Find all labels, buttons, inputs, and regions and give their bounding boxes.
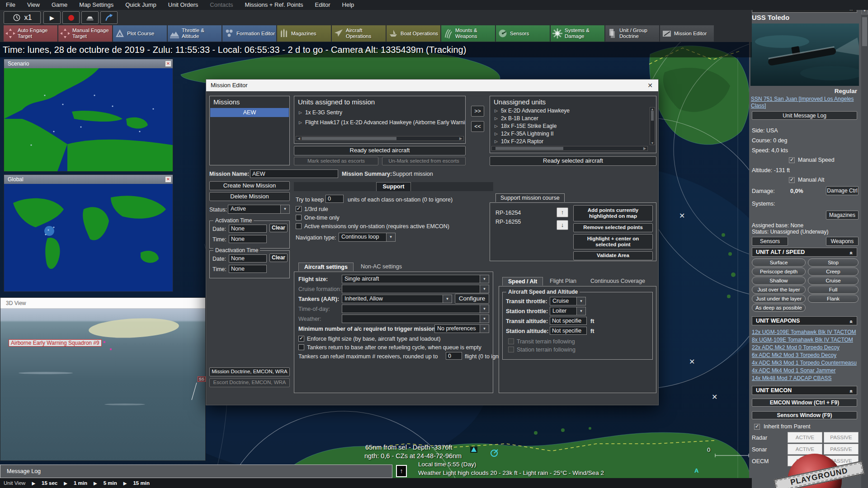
weather-dropdown[interactable]: ▾	[342, 314, 489, 323]
delete-mission-button[interactable]: Delete Mission	[209, 192, 290, 201]
mission-doctrine-button[interactable]: Mission Doctrine, EMCON, WRA	[209, 367, 290, 376]
mark-escorts-button[interactable]: Mark selected as escorts	[294, 157, 378, 165]
speed-cruise-button[interactable]: Cruise	[808, 277, 859, 285]
weapon-link[interactable]: 4x ADC Mk3 Mod 1 Torpedo Countermeasu	[752, 360, 857, 366]
refuel-max-input[interactable]	[446, 352, 462, 360]
tab-aircraft-settings[interactable]: Aircraft settings	[298, 263, 354, 271]
enforce-flight-size-checkbox[interactable]	[298, 336, 304, 342]
menu-item-unit-orders[interactable]: Unit Orders	[162, 0, 204, 10]
unassigned-unit-item[interactable]: ▷ 10x F-22A Raptor	[495, 138, 543, 145]
magazines-button-sidebar[interactable]: Magazines	[826, 211, 859, 220]
activation-date-input[interactable]	[229, 225, 267, 233]
unit-view-label[interactable]: Unit View	[4, 480, 25, 486]
menu-item-help[interactable]: Help	[336, 0, 360, 10]
speed-creep-button[interactable]: Creep	[808, 267, 859, 276]
layer-view-button[interactable]	[81, 11, 99, 24]
weapon-link[interactable]: 12x UGM-109E Tomahawk Blk IV TACTOM	[752, 329, 856, 335]
sonar-active-button[interactable]: ACTIVE	[788, 444, 822, 455]
close-icon[interactable]: ✕	[165, 176, 171, 183]
scenario-minimap[interactable]	[4, 68, 173, 171]
tankers-return-checkbox[interactable]	[298, 344, 304, 350]
sensors-button[interactable]: Sensors	[496, 25, 550, 42]
unassigned-vertical-scrollbar[interactable]: ▲ ▼	[650, 107, 655, 145]
menu-item-file[interactable]: File	[0, 0, 21, 10]
squadron-label[interactable]: Airborne Early Warning Squadron #9	[9, 339, 102, 347]
navigation-type-dropdown[interactable]: Continous loop ▾	[339, 233, 396, 242]
transfer-right-button[interactable]: <<	[471, 121, 484, 132]
ready-selected-aircraft-button[interactable]: Ready selected aircraft	[294, 146, 466, 155]
scroll-right-icon[interactable]: ▶	[458, 136, 463, 141]
transit-throttle-dropdown[interactable]: Cruise ▾	[550, 297, 586, 305]
station-altitude-input[interactable]	[550, 327, 587, 335]
move-point-up-button[interactable]: ↑	[557, 207, 568, 217]
unmark-escorts-button[interactable]: Un-Mark selected from escorts	[382, 157, 466, 165]
course-tab[interactable]: Support mission course	[495, 193, 565, 202]
mission-editor-button[interactable]: Mission Editor	[660, 25, 714, 42]
time-step-1min[interactable]: 1 min	[74, 480, 87, 486]
message-log-bar[interactable]: Message Log	[0, 465, 392, 478]
plot-course-button[interactable]: Plot Course	[113, 25, 167, 42]
highlight-center-button[interactable]: Highlight + center on selected point	[573, 234, 653, 249]
unit-alt-speed-header[interactable]: UNIT ALT / SPEED «	[752, 248, 857, 257]
close-icon[interactable]: ✕	[647, 80, 653, 91]
assigned-unit-item[interactable]: ▷ Flight Hawk17 (1x E-2D Advanced Hawkey…	[299, 119, 466, 126]
collapse-icon[interactable]: «	[848, 252, 856, 255]
inherit-from-parent-checkbox[interactable]	[754, 424, 760, 430]
flight-size-dropdown[interactable]: Single aircraft ▾	[342, 275, 489, 283]
deactivation-date-input[interactable]	[229, 254, 267, 263]
unit-message-log-button[interactable]: Unit Message Log	[752, 111, 857, 120]
scrollbar-thumb[interactable]	[651, 111, 654, 121]
sensors-window-button[interactable]: Sensors Window (F9)	[752, 411, 857, 419]
mission-name-input[interactable]	[250, 169, 338, 178]
mission-list-item-aew[interactable]: AEW	[210, 108, 289, 117]
expand-icon[interactable]: ▷	[495, 116, 498, 121]
create-new-mission-button[interactable]: Create New Mission	[209, 181, 290, 190]
manual-alt-checkbox[interactable]	[789, 177, 795, 183]
deactivation-clear-button[interactable]: Clear	[269, 253, 288, 262]
ready-selected-aircraft-button-unassigned[interactable]: Ready selected aircraft	[490, 156, 656, 166]
unassigned-unit-item[interactable]: ▷ 18x F-15E Strike Eagle	[495, 123, 557, 129]
sensors-button-sidebar[interactable]: Sensors	[752, 237, 788, 246]
view-3d-scene[interactable]	[0, 309, 205, 460]
validate-area-button[interactable]: Validate Area	[573, 251, 653, 260]
jump-button[interactable]	[100, 11, 118, 24]
sidebar-scrollbar[interactable]: ▲ ▼	[861, 0, 868, 488]
global-panel-titlebar[interactable]: Global ✕	[4, 175, 173, 184]
menu-item-missions-ref-points[interactable]: Missions + Ref. Points	[239, 0, 309, 10]
radar-passive-button[interactable]: PASSIVE	[824, 432, 859, 443]
menu-item-game[interactable]: Game	[46, 0, 73, 10]
formation-editor-button[interactable]: Formation Editor	[222, 25, 276, 42]
expand-icon[interactable]: ▷	[299, 110, 302, 115]
add-points-button[interactable]: Add points currently highlighted on map	[573, 205, 653, 221]
menu-item-map-settings[interactable]: Map Settings	[73, 0, 119, 10]
close-icon[interactable]: ✕	[165, 61, 171, 67]
weapons-button-sidebar[interactable]: Weapons	[826, 237, 859, 246]
tab-continuous-coverage[interactable]: Continuous Coverage	[585, 277, 651, 285]
cruise-formation-dropdown[interactable]: ▾	[342, 285, 489, 293]
status-dropdown[interactable]: Active ▾	[228, 205, 290, 214]
weapon-link[interactable]: 8x UGM-109E Tomahawk Blk IV TACTOM	[752, 337, 853, 343]
record-button[interactable]	[62, 11, 80, 24]
unassigned-unit-item[interactable]: ▷ 12x F-35A Lightning II	[495, 131, 554, 137]
scroll-down-icon[interactable]: ▼	[651, 141, 654, 145]
systems-damage-button[interactable]: Systems & Damage	[551, 25, 604, 42]
play-button[interactable]: ▶	[43, 11, 61, 24]
unit-weapons-header[interactable]: UNIT WEAPONS «	[752, 316, 857, 325]
speed-stop-button[interactable]: Stop	[808, 258, 859, 267]
speed-flank-button[interactable]: Flank	[808, 295, 859, 303]
menu-item-editor[interactable]: Editor	[309, 0, 336, 10]
time-step-5min[interactable]: 5 min	[104, 480, 117, 486]
auto-engage-target-button[interactable]: Auto Engage Target	[4, 25, 57, 42]
activation-time-input[interactable]	[229, 235, 267, 243]
active-emissions-checkbox[interactable]	[296, 223, 302, 229]
depth-periscope-button[interactable]: Periscope depth	[752, 267, 806, 276]
time-compression-control[interactable]: x1	[4, 11, 41, 24]
depth-deep-button[interactable]: As deep as possible	[752, 304, 806, 312]
expand-icon[interactable]: ▷	[495, 131, 498, 136]
damage-ctrl-button[interactable]: Damage Ctrl	[826, 186, 859, 195]
collapse-icon[interactable]: «	[848, 390, 856, 393]
unassigned-horizontal-scrollbar[interactable]: ▶	[491, 146, 648, 151]
depth-under-layer-button[interactable]: Just under the layer	[752, 295, 806, 303]
min-aircraft-dropdown[interactable]: No preferences ▾	[434, 324, 489, 333]
unassigned-unit-item[interactable]: ▷ 5x E-2D Advanced Hawkeye	[495, 108, 570, 114]
